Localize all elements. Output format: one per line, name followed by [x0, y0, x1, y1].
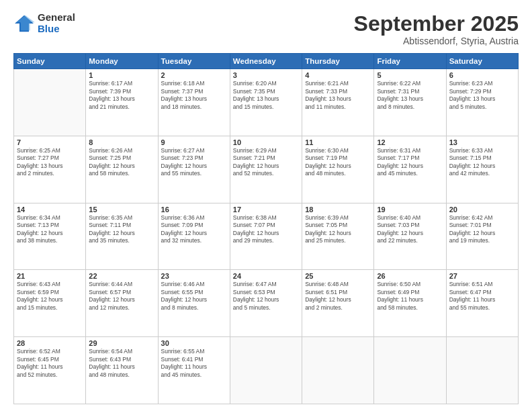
day-number: 11: [305, 138, 371, 146]
day-number: 22: [89, 272, 154, 280]
day-number: 30: [161, 339, 227, 347]
logo-general-text: General: [38, 12, 75, 24]
day-number: 16: [161, 205, 227, 214]
page: General Blue September 2025 Abtissendorf…: [0, 0, 532, 411]
day-info: Sunrise: 6:55 AM Sunset: 6:41 PM Dayligh…: [161, 348, 227, 379]
day-number: 1: [89, 71, 154, 79]
month-title: September 2025: [354, 12, 519, 36]
header-monday: Monday: [86, 54, 158, 69]
day-info: Sunrise: 6:20 AM Sunset: 7:35 PM Dayligh…: [233, 80, 299, 111]
table-row: 1Sunrise: 6:17 AM Sunset: 7:39 PM Daylig…: [86, 69, 158, 136]
title-block: September 2025 Abtissendorf, Styria, Aus…: [354, 12, 519, 46]
day-info: Sunrise: 6:52 AM Sunset: 6:45 PM Dayligh…: [17, 348, 83, 379]
day-info: Sunrise: 6:17 AM Sunset: 7:39 PM Dayligh…: [89, 80, 154, 111]
day-info: Sunrise: 6:30 AM Sunset: 7:19 PM Dayligh…: [305, 147, 371, 178]
calendar-week-row: 1Sunrise: 6:17 AM Sunset: 7:39 PM Daylig…: [14, 69, 519, 136]
table-row: 15Sunrise: 6:35 AM Sunset: 7:11 PM Dayli…: [86, 203, 158, 270]
table-row: 20Sunrise: 6:42 AM Sunset: 7:01 PM Dayli…: [446, 203, 518, 270]
table-row: 28Sunrise: 6:52 AM Sunset: 6:45 PM Dayli…: [14, 337, 86, 404]
table-row: 4Sunrise: 6:21 AM Sunset: 7:33 PM Daylig…: [302, 69, 374, 136]
day-info: Sunrise: 6:35 AM Sunset: 7:11 PM Dayligh…: [89, 214, 154, 245]
table-row: 30Sunrise: 6:55 AM Sunset: 6:41 PM Dayli…: [158, 337, 230, 404]
day-number: 29: [89, 339, 154, 347]
day-info: Sunrise: 6:18 AM Sunset: 7:37 PM Dayligh…: [161, 80, 227, 111]
table-row: 6Sunrise: 6:23 AM Sunset: 7:29 PM Daylig…: [446, 69, 518, 136]
table-row: 16Sunrise: 6:36 AM Sunset: 7:09 PM Dayli…: [158, 203, 230, 270]
day-number: 12: [377, 138, 443, 146]
table-row: [14, 69, 86, 136]
table-row: 10Sunrise: 6:29 AM Sunset: 7:21 PM Dayli…: [230, 136, 302, 203]
day-info: Sunrise: 6:33 AM Sunset: 7:15 PM Dayligh…: [449, 147, 515, 178]
day-info: Sunrise: 6:38 AM Sunset: 7:07 PM Dayligh…: [233, 214, 299, 245]
table-row: 2Sunrise: 6:18 AM Sunset: 7:37 PM Daylig…: [158, 69, 230, 136]
calendar-table: Sunday Monday Tuesday Wednesday Thursday…: [13, 53, 519, 404]
day-number: 24: [233, 272, 299, 280]
logo-text: General Blue: [38, 12, 75, 34]
table-row: 11Sunrise: 6:30 AM Sunset: 7:19 PM Dayli…: [302, 136, 374, 203]
table-row: 26Sunrise: 6:50 AM Sunset: 6:49 PM Dayli…: [374, 270, 446, 337]
table-row: 21Sunrise: 6:43 AM Sunset: 6:59 PM Dayli…: [14, 270, 86, 337]
table-row: 23Sunrise: 6:46 AM Sunset: 6:55 PM Dayli…: [158, 270, 230, 337]
table-row: 27Sunrise: 6:51 AM Sunset: 6:47 PM Dayli…: [446, 270, 518, 337]
day-number: 10: [233, 138, 299, 146]
day-info: Sunrise: 6:43 AM Sunset: 6:59 PM Dayligh…: [17, 281, 83, 312]
logo-blue-text: Blue: [38, 24, 75, 35]
header-thursday: Thursday: [302, 54, 374, 69]
table-row: 9Sunrise: 6:27 AM Sunset: 7:23 PM Daylig…: [158, 136, 230, 203]
day-number: 14: [17, 205, 83, 214]
day-info: Sunrise: 6:31 AM Sunset: 7:17 PM Dayligh…: [377, 147, 443, 178]
day-info: Sunrise: 6:42 AM Sunset: 7:01 PM Dayligh…: [449, 214, 515, 245]
day-info: Sunrise: 6:40 AM Sunset: 7:03 PM Dayligh…: [377, 214, 443, 245]
table-row: 22Sunrise: 6:44 AM Sunset: 6:57 PM Dayli…: [86, 270, 158, 337]
day-number: 9: [161, 138, 227, 146]
day-info: Sunrise: 6:44 AM Sunset: 6:57 PM Dayligh…: [89, 281, 154, 312]
day-info: Sunrise: 6:54 AM Sunset: 6:43 PM Dayligh…: [89, 348, 154, 379]
day-number: 7: [17, 138, 83, 146]
day-info: Sunrise: 6:46 AM Sunset: 6:55 PM Dayligh…: [161, 281, 227, 312]
day-number: 17: [233, 205, 299, 214]
table-row: 19Sunrise: 6:40 AM Sunset: 7:03 PM Dayli…: [374, 203, 446, 270]
table-row: 25Sunrise: 6:48 AM Sunset: 6:51 PM Dayli…: [302, 270, 374, 337]
table-row: 5Sunrise: 6:22 AM Sunset: 7:31 PM Daylig…: [374, 69, 446, 136]
table-row: 13Sunrise: 6:33 AM Sunset: 7:15 PM Dayli…: [446, 136, 518, 203]
day-number: 21: [17, 272, 83, 280]
day-info: Sunrise: 6:34 AM Sunset: 7:13 PM Dayligh…: [17, 214, 83, 245]
day-number: 2: [161, 71, 227, 79]
calendar-week-row: 21Sunrise: 6:43 AM Sunset: 6:59 PM Dayli…: [14, 270, 519, 337]
day-info: Sunrise: 6:26 AM Sunset: 7:25 PM Dayligh…: [89, 147, 154, 178]
day-info: Sunrise: 6:25 AM Sunset: 7:27 PM Dayligh…: [17, 147, 83, 178]
day-number: 19: [377, 205, 443, 214]
calendar-header-row: Sunday Monday Tuesday Wednesday Thursday…: [14, 54, 519, 69]
day-number: 26: [377, 272, 443, 280]
table-row: 7Sunrise: 6:25 AM Sunset: 7:27 PM Daylig…: [14, 136, 86, 203]
day-info: Sunrise: 6:48 AM Sunset: 6:51 PM Dayligh…: [305, 281, 371, 312]
table-row: [302, 337, 374, 404]
table-row: 14Sunrise: 6:34 AM Sunset: 7:13 PM Dayli…: [14, 203, 86, 270]
day-info: Sunrise: 6:21 AM Sunset: 7:33 PM Dayligh…: [305, 80, 371, 111]
day-number: 27: [449, 272, 515, 280]
logo-icon: [13, 14, 35, 33]
table-row: 24Sunrise: 6:47 AM Sunset: 6:53 PM Dayli…: [230, 270, 302, 337]
header-tuesday: Tuesday: [158, 54, 230, 69]
calendar-week-row: 14Sunrise: 6:34 AM Sunset: 7:13 PM Dayli…: [14, 203, 519, 270]
day-info: Sunrise: 6:50 AM Sunset: 6:49 PM Dayligh…: [377, 281, 443, 312]
header-friday: Friday: [374, 54, 446, 69]
table-row: [374, 337, 446, 404]
table-row: 18Sunrise: 6:39 AM Sunset: 7:05 PM Dayli…: [302, 203, 374, 270]
day-number: 25: [305, 272, 371, 280]
day-info: Sunrise: 6:22 AM Sunset: 7:31 PM Dayligh…: [377, 80, 443, 111]
table-row: 29Sunrise: 6:54 AM Sunset: 6:43 PM Dayli…: [86, 337, 158, 404]
table-row: 3Sunrise: 6:20 AM Sunset: 7:35 PM Daylig…: [230, 69, 302, 136]
header-sunday: Sunday: [14, 54, 86, 69]
table-row: [230, 337, 302, 404]
day-info: Sunrise: 6:23 AM Sunset: 7:29 PM Dayligh…: [449, 80, 515, 111]
calendar-week-row: 28Sunrise: 6:52 AM Sunset: 6:45 PM Dayli…: [14, 337, 519, 404]
day-number: 23: [161, 272, 227, 280]
day-number: 13: [449, 138, 515, 146]
day-info: Sunrise: 6:27 AM Sunset: 7:23 PM Dayligh…: [161, 147, 227, 178]
day-info: Sunrise: 6:51 AM Sunset: 6:47 PM Dayligh…: [449, 281, 515, 312]
day-info: Sunrise: 6:29 AM Sunset: 7:21 PM Dayligh…: [233, 147, 299, 178]
header-saturday: Saturday: [446, 54, 518, 69]
table-row: 12Sunrise: 6:31 AM Sunset: 7:17 PM Dayli…: [374, 136, 446, 203]
table-row: 8Sunrise: 6:26 AM Sunset: 7:25 PM Daylig…: [86, 136, 158, 203]
